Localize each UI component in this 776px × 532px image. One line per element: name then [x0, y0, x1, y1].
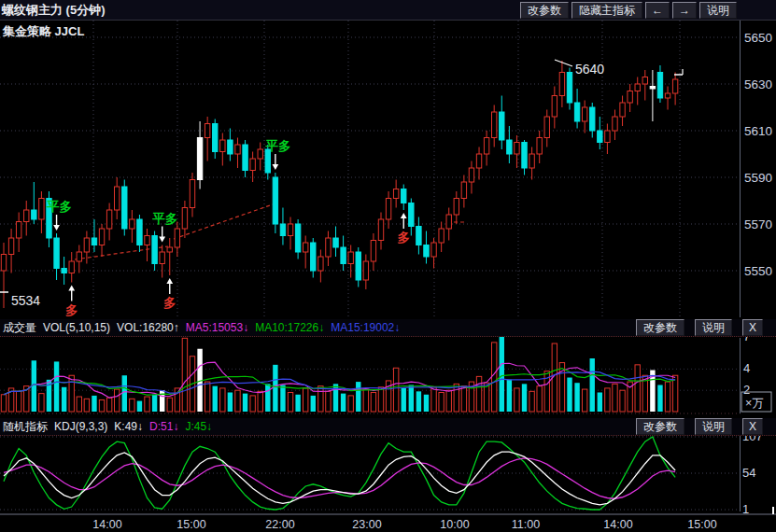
entry-arrow-head: [401, 213, 407, 218]
candle-body-up: [529, 154, 534, 168]
volume-bar: [273, 365, 277, 412]
volume-bar-up: [613, 384, 617, 412]
volume-bar-up: [672, 375, 677, 412]
exit-arrow-head: [272, 164, 278, 170]
trading-app-window: 56505630561055905570555055345640平多多平多多平多…: [0, 0, 776, 532]
kdj-close-button[interactable]: X: [742, 418, 763, 435]
volume-bar-up: [115, 389, 120, 412]
exit-arrow-head: [53, 225, 60, 231]
arrow-left-button[interactable]: ←: [645, 2, 670, 19]
volume-bar: [54, 361, 59, 412]
candle-body-up: [77, 252, 81, 261]
volume-bar-up: [363, 389, 368, 412]
candle-body-up: [378, 219, 383, 241]
hide-main-indicator-button[interactable]: 隐藏主指标: [571, 2, 642, 19]
volume-bar: [416, 391, 421, 412]
volume-bar: [62, 387, 66, 412]
candle-body-up: [205, 124, 209, 138]
volume-axis-label: 4: [743, 361, 750, 375]
candle-body-up: [84, 238, 89, 252]
price-axis-label: 5610: [744, 124, 772, 138]
volume-bar: [265, 384, 270, 412]
kdj-change-params-button[interactable]: 改参数: [636, 418, 684, 435]
exit-signal-label: 平多: [151, 212, 177, 226]
volume-bar-up: [529, 391, 534, 412]
volume-help-button[interactable]: 说明: [695, 319, 732, 336]
candle-body-down: [280, 224, 285, 236]
candle-body-down: [213, 124, 218, 152]
price-axis-label: 5650: [744, 31, 772, 45]
volume-close-button[interactable]: X: [742, 319, 763, 336]
candle-body-up: [250, 159, 255, 171]
candle-body-down: [657, 73, 662, 99]
candle-body-up: [115, 187, 120, 210]
candle-body-up: [106, 210, 111, 229]
candle-body-flat: [197, 138, 202, 180]
candle-body-down: [152, 236, 157, 264]
volume-bar: [280, 385, 285, 413]
volume-bar-up: [326, 391, 331, 412]
volume-bar-up: [16, 391, 21, 412]
candle-body-up: [190, 180, 194, 208]
candle-body-up: [39, 199, 44, 220]
volume-bar: [409, 385, 414, 413]
volume-bar-up: [378, 387, 383, 412]
candle-body-up: [386, 199, 390, 220]
arrow-right-button[interactable]: →: [672, 2, 697, 19]
volume-bar: [228, 392, 233, 412]
volume-bar-up: [250, 396, 255, 412]
candle-body-up: [476, 154, 481, 168]
volume-bar: [92, 396, 96, 412]
time-axis-label: 14:00: [92, 518, 121, 531]
price-axis-label: 5590: [744, 171, 772, 185]
exit-arrow-head: [159, 237, 165, 243]
candle-body-up: [8, 238, 13, 255]
volume-bar: [402, 388, 406, 412]
help-button[interactable]: 说明: [699, 2, 737, 19]
candle-body-up: [318, 257, 323, 271]
time-axis-label: 22:00: [265, 518, 294, 531]
candle-body-up: [469, 168, 473, 182]
change-params-button[interactable]: 改参数: [520, 2, 569, 19]
volume-bar: [424, 395, 429, 412]
price-axis-label: 5570: [744, 217, 772, 231]
candle-body-up: [515, 143, 519, 155]
volume-ma5-line: [4, 362, 675, 398]
candle-body-up: [348, 252, 353, 264]
candle-body-down: [137, 219, 142, 245]
candle-body-up: [559, 73, 564, 96]
volume-bar-up: [39, 394, 44, 412]
volume-bar-up: [605, 388, 610, 412]
strategy-label: 集金策略 JJCL: [3, 23, 84, 40]
candle-body-up: [288, 224, 292, 236]
candle-body-flat: [650, 87, 655, 90]
entry-arrow-head: [166, 278, 173, 284]
volume-bar-up: [454, 384, 459, 412]
chart-canvas[interactable]: 56505630561055905570555055345640平多多平多多平多…: [0, 0, 776, 532]
volume-panel-title: 成交量: [3, 320, 36, 336]
candle-body-up: [69, 261, 74, 273]
volume-unit-label: ×万: [745, 397, 764, 410]
kdj-panel-title: 随机指标: [3, 419, 48, 435]
candle-body-down: [54, 238, 59, 269]
volume-value: VOL:16280↑: [117, 321, 179, 334]
entry-signal-label: 多: [163, 296, 176, 310]
volume-ma5-value: MA5:15053↓: [186, 321, 248, 334]
candle-body-down: [402, 189, 406, 203]
volume-change-params-button[interactable]: 改参数: [636, 319, 684, 336]
volume-bar-up: [167, 398, 172, 412]
kdj-params: KDJ(9,3,3): [54, 420, 107, 433]
page-title: 螺纹钢主力 (5分钟): [2, 2, 106, 19]
exit-signal-label: 平多: [46, 200, 72, 214]
volume-bar-up: [665, 382, 670, 412]
candle-body-down: [574, 103, 579, 121]
high-price-label: 5640: [575, 62, 604, 77]
candle-body-down: [122, 187, 127, 229]
volume-bar-up: [77, 397, 81, 412]
time-axis-label: 11:00: [512, 518, 540, 531]
entry-signal-label: 多: [397, 231, 410, 245]
volume-bar-up: [492, 343, 497, 412]
volume-bar-up: [220, 388, 225, 412]
kdj-help-button[interactable]: 说明: [695, 418, 732, 435]
trendline: [174, 204, 273, 239]
